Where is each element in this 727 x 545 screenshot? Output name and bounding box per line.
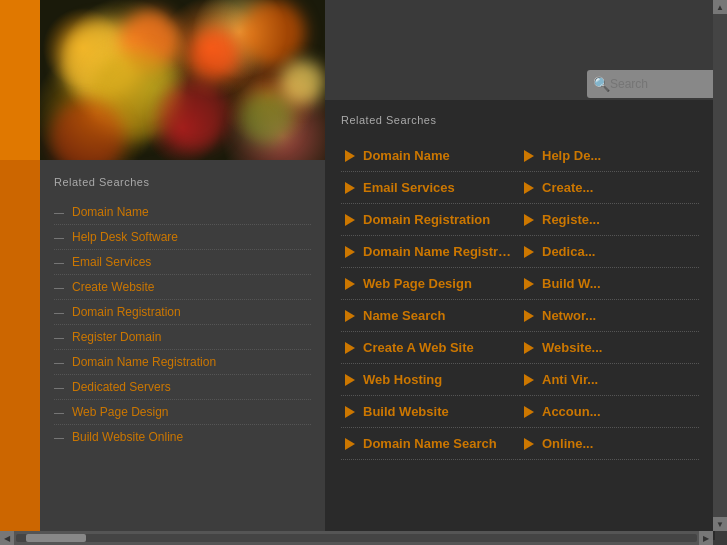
sidebar-item-email-services[interactable]: — Email Services xyxy=(54,250,311,275)
sidebar-link-text: Domain Name Registration xyxy=(72,355,216,369)
sidebar-link-text: Dedicated Servers xyxy=(72,380,171,394)
sidebar-item-web-page-design[interactable]: — Web Page Design xyxy=(54,400,311,425)
orange-arrow-icon xyxy=(345,150,355,162)
orange-arrow-icon xyxy=(524,374,534,386)
horizontal-scroll-thumb[interactable] xyxy=(26,534,86,542)
orange-arrow-icon xyxy=(524,246,534,258)
main-link-left-create-a-web-site[interactable]: Create A Web Site xyxy=(341,332,520,364)
left-sidebar: Related Searches — Domain Name — Help De… xyxy=(40,160,325,545)
orange-arrow-icon xyxy=(345,278,355,290)
arrow-icon: — xyxy=(54,407,64,418)
main-link-label: Name Search xyxy=(363,308,445,323)
sidebar-link-text: Email Services xyxy=(72,255,151,269)
orange-arrow-icon xyxy=(524,406,534,418)
orange-arrow-icon xyxy=(345,406,355,418)
main-link-label: Website... xyxy=(542,340,602,355)
arrow-icon: — xyxy=(54,332,64,343)
main-link-label: Anti Vir... xyxy=(542,372,598,387)
arrow-icon: — xyxy=(54,282,64,293)
main-link-left-build-website[interactable]: Build Website xyxy=(341,396,520,428)
scroll-right-button[interactable]: ▶ xyxy=(699,531,713,545)
main-link-left-domain-registration[interactable]: Domain Registration xyxy=(341,204,520,236)
main-link-left-domain-name-search[interactable]: Domain Name Search xyxy=(341,428,520,460)
sidebar-item-register-domain[interactable]: — Register Domain xyxy=(54,325,311,350)
scroll-up-button[interactable]: ▲ xyxy=(713,0,727,14)
sidebar-link-text: Create Website xyxy=(72,280,154,294)
main-link-label: Accoun... xyxy=(542,404,601,419)
orange-arrow-icon xyxy=(524,182,534,194)
search-bar-container[interactable]: 🔍 xyxy=(587,70,717,98)
sidebar-item-dedicated-servers[interactable]: — Dedicated Servers xyxy=(54,375,311,400)
main-panel: Related Searches Domain Name Help De... … xyxy=(325,100,715,540)
sidebar-links-list: — Domain Name — Help Desk Software — Ema… xyxy=(54,200,311,449)
sidebar-item-create-website[interactable]: — Create Website xyxy=(54,275,311,300)
hero-image xyxy=(40,0,325,160)
main-link-left-domain-name-registration[interactable]: Domain Name Registration xyxy=(341,236,520,268)
bottom-scrollbar[interactable]: ◀ ▶ xyxy=(0,531,713,545)
main-link-label: Registe... xyxy=(542,212,600,227)
main-link-label: Create A Web Site xyxy=(363,340,474,355)
arrow-icon: — xyxy=(54,232,64,243)
arrow-icon: — xyxy=(54,382,64,393)
horizontal-scroll-track xyxy=(16,534,697,542)
main-link-label: Domain Registration xyxy=(363,212,490,227)
orange-arrow-icon xyxy=(345,438,355,450)
sidebar-item-help-desk-software[interactable]: — Help Desk Software xyxy=(54,225,311,250)
sidebar-item-build-website-online[interactable]: — Build Website Online xyxy=(54,425,311,449)
main-link-left-web-hosting[interactable]: Web Hosting xyxy=(341,364,520,396)
main-link-right-anti-vir[interactable]: Anti Vir... xyxy=(520,364,699,396)
main-link-label: Online... xyxy=(542,436,593,451)
main-link-right-help-desk[interactable]: Help De... xyxy=(520,140,699,172)
sidebar-link-text: Web Page Design xyxy=(72,405,169,419)
orange-arrow-icon xyxy=(345,246,355,258)
sidebar-link-text: Build Website Online xyxy=(72,430,183,444)
orange-left-strip-bottom xyxy=(0,160,40,545)
orange-left-bar xyxy=(0,0,40,160)
main-link-left-domain-name[interactable]: Domain Name xyxy=(341,140,520,172)
orange-arrow-icon xyxy=(524,438,534,450)
main-link-left-email-services[interactable]: Email Services xyxy=(341,172,520,204)
orange-arrow-icon xyxy=(345,182,355,194)
sidebar-link-text: Domain Name xyxy=(72,205,149,219)
sidebar-item-domain-name[interactable]: — Domain Name xyxy=(54,200,311,225)
main-link-label: Create... xyxy=(542,180,593,195)
main-link-label: Email Services xyxy=(363,180,455,195)
orange-arrow-icon xyxy=(345,214,355,226)
main-link-left-name-search[interactable]: Name Search xyxy=(341,300,520,332)
arrow-icon: — xyxy=(54,432,64,443)
main-link-label: Web Page Design xyxy=(363,276,472,291)
main-link-right-register[interactable]: Registe... xyxy=(520,204,699,236)
main-link-right-build-w[interactable]: Build W... xyxy=(520,268,699,300)
main-link-right-account[interactable]: Accoun... xyxy=(520,396,699,428)
orange-arrow-icon xyxy=(345,342,355,354)
sidebar-item-domain-registration[interactable]: — Domain Registration xyxy=(54,300,311,325)
sidebar-link-text: Domain Registration xyxy=(72,305,181,319)
scroll-left-button[interactable]: ◀ xyxy=(0,531,14,545)
main-link-right-network[interactable]: Networ... xyxy=(520,300,699,332)
orange-arrow-icon xyxy=(345,374,355,386)
main-link-label: Build Website xyxy=(363,404,449,419)
orange-arrow-icon xyxy=(524,214,534,226)
main-panel-title: Related Searches xyxy=(341,114,699,126)
main-link-label: Build W... xyxy=(542,276,601,291)
orange-arrow-icon xyxy=(524,342,534,354)
right-scrollbar[interactable]: ▲ ▼ xyxy=(713,0,727,531)
main-links-grid: Domain Name Help De... Email Services Cr… xyxy=(341,140,699,460)
main-link-right-dedicated[interactable]: Dedica... xyxy=(520,236,699,268)
sidebar-link-text: Help Desk Software xyxy=(72,230,178,244)
orange-arrow-icon xyxy=(345,310,355,322)
arrow-icon: — xyxy=(54,257,64,268)
arrow-icon: — xyxy=(54,307,64,318)
main-link-right-online[interactable]: Online... xyxy=(520,428,699,460)
main-link-right-create[interactable]: Create... xyxy=(520,172,699,204)
scroll-down-button[interactable]: ▼ xyxy=(713,517,727,531)
sidebar-item-domain-name-registration[interactable]: — Domain Name Registration xyxy=(54,350,311,375)
main-link-right-website[interactable]: Website... xyxy=(520,332,699,364)
sidebar-title: Related Searches xyxy=(54,176,311,188)
main-link-label: Domain Name Registration xyxy=(363,244,516,259)
orange-arrow-icon xyxy=(524,150,534,162)
main-link-label: Dedica... xyxy=(542,244,595,259)
orange-arrow-icon xyxy=(524,278,534,290)
main-link-left-web-page-design[interactable]: Web Page Design xyxy=(341,268,520,300)
search-input[interactable] xyxy=(610,77,711,91)
